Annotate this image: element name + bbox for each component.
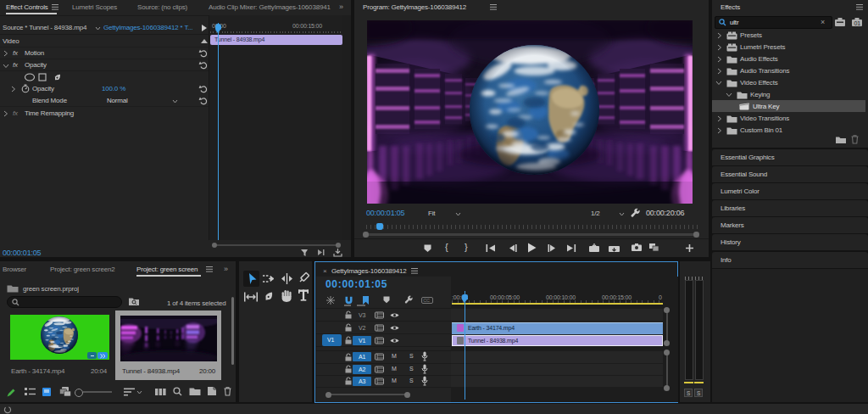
- svg-text:CC: CC: [423, 298, 430, 303]
- svg-text:01: 01: [854, 20, 861, 26]
